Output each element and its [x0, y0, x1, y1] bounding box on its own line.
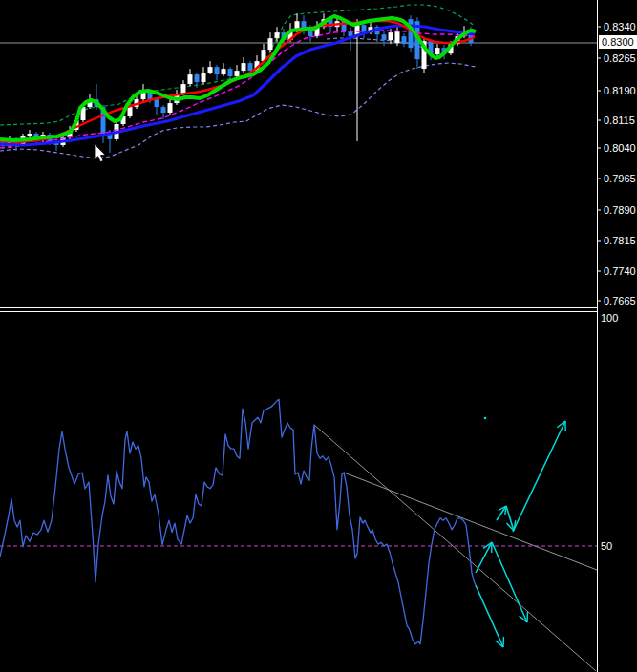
forecast-arrow-down-small-1[interactable] — [506, 506, 516, 531]
candle-body — [195, 74, 200, 82]
price-tick-label: 0.8190 — [604, 85, 636, 96]
candle-body — [242, 63, 246, 71]
candle-body — [268, 38, 273, 50]
price-panel — [0, 5, 597, 158]
candle-body — [235, 71, 240, 76]
price-tick-label: 0.7665 — [604, 295, 636, 306]
forecast-arrow-down-low[interactable] — [476, 585, 503, 647]
candle-body — [275, 32, 280, 38]
price-tick-label: 0.7815 — [604, 235, 636, 246]
oscillator-scale-50-label: 50 — [601, 540, 612, 552]
price-tick-label: 0.8340 — [604, 21, 636, 32]
candle-body — [202, 73, 206, 82]
candle-body — [389, 32, 393, 40]
candle-body — [215, 67, 220, 74]
forecast-arrow-up-large[interactable] — [513, 421, 565, 532]
chart-canvas[interactable] — [0, 0, 637, 672]
descending-trendline-steep[interactable] — [314, 425, 596, 671]
oscillator-line — [0, 399, 476, 644]
price-tick-label: 0.8265 — [604, 52, 636, 64]
candle-body — [181, 84, 186, 94]
forecast-arrow-up-small-1[interactable] — [497, 506, 506, 520]
mt4-chart-window: 0.83400.82650.81900.81150.80400.79650.78… — [0, 0, 637, 672]
candle-body — [248, 63, 253, 71]
forecast-arrow-down-mid[interactable] — [492, 542, 527, 622]
price-tick-label: 0.8115 — [604, 115, 635, 126]
candle-body — [155, 99, 159, 107]
candle-body — [228, 69, 233, 76]
oscillator-scale-100-label: 100 — [601, 312, 618, 324]
cyan-dot[interactable] — [484, 417, 487, 420]
candle-body — [161, 107, 166, 113]
candle-body — [402, 36, 407, 44]
candle-body — [128, 107, 133, 116]
price-tick-label: 0.7965 — [604, 173, 636, 184]
price-tick-label: 0.7890 — [604, 204, 636, 216]
candle-body — [395, 32, 400, 43]
oscillator-panel — [0, 399, 597, 671]
current-price-tag: 0.8300 — [599, 35, 637, 49]
candle-body — [188, 74, 193, 84]
candle-body — [28, 134, 32, 136]
price-tick-label: 0.8040 — [604, 142, 636, 154]
candle-body — [222, 69, 226, 74]
price-tick-label: 0.7740 — [604, 265, 636, 277]
forecast-arrow-up-small-2[interactable] — [476, 542, 492, 573]
candle-body — [168, 103, 173, 113]
candle-body — [435, 48, 440, 54]
candle-body — [208, 67, 213, 73]
candle-body — [382, 34, 387, 40]
mouse-cursor — [95, 144, 105, 162]
